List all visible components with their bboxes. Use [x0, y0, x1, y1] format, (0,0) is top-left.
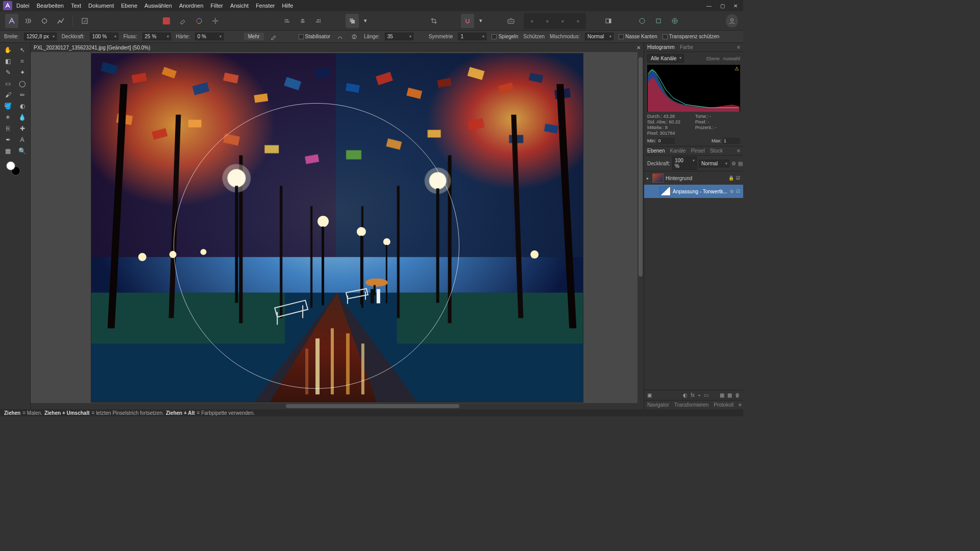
panel-toggle-icon[interactable] — [602, 14, 615, 28]
hist-layer-button[interactable]: Ebene — [706, 56, 720, 61]
pen-tool-icon[interactable]: ✒ — [2, 135, 15, 145]
pencil-tool-icon[interactable]: ✏ — [16, 90, 29, 100]
more-button[interactable]: Mehr — [244, 33, 264, 40]
persona-photo-icon[interactable] — [5, 14, 18, 28]
delete-icon[interactable]: 🗑 — [735, 392, 740, 398]
tab-history[interactable]: Protokoll — [714, 402, 733, 408]
user-avatar[interactable] — [726, 14, 738, 28]
document-tab[interactable]: PXL_20230127_135623241.jpg [Geändert] (5… — [34, 45, 151, 51]
window-minimize[interactable]: — — [704, 2, 714, 9]
length-input[interactable]: 35 — [385, 33, 413, 40]
auto-icon[interactable] — [209, 14, 222, 28]
layer-fx-icon[interactable]: ▤ — [738, 161, 743, 166]
menu-ebene[interactable]: Ebene — [121, 3, 137, 9]
qa-1-icon[interactable]: ● — [525, 14, 539, 28]
menu-text[interactable]: Text — [71, 3, 81, 9]
arrange-icon[interactable] — [346, 14, 359, 28]
selection-brush-icon[interactable]: ✎ — [2, 67, 15, 78]
stab-mode1-icon[interactable] — [335, 32, 345, 41]
link-icon[interactable]: ⊚ — [730, 189, 734, 194]
panel-menu-icon[interactable]: ≡ — [737, 44, 740, 50]
persona-liquify-icon[interactable] — [21, 14, 35, 28]
layer-name[interactable]: Anpassung - Tonwertk... — [673, 189, 728, 194]
visible-icon[interactable]: ☑ — [736, 189, 740, 194]
dodge-tool-icon[interactable]: ☀ — [2, 112, 15, 122]
width-input[interactable]: 1292,8 px — [24, 33, 57, 40]
persona-tone-icon[interactable] — [54, 14, 67, 28]
tab-transform[interactable]: Transformieren — [674, 402, 708, 408]
tab-navigator[interactable]: Navigator — [647, 402, 669, 408]
tab-channels[interactable]: Kanäle — [670, 148, 685, 154]
window-close[interactable]: ✕ — [731, 2, 740, 9]
bottom-menu-icon[interactable]: ≡ — [739, 402, 742, 408]
vis-icon[interactable] — [652, 189, 657, 194]
color-picker[interactable] — [1, 161, 29, 177]
layer-row-background[interactable]: ▸ Hintergrund 🔒☑ — [644, 171, 743, 185]
tab-layers[interactable]: Ebenen — [647, 148, 665, 154]
crop-tool-icon[interactable]: ⌗ — [16, 56, 29, 66]
qa-4-icon[interactable]: ● — [571, 14, 585, 28]
layer-options-icon[interactable]: ⚙ — [731, 161, 736, 166]
share-icon[interactable] — [668, 14, 681, 28]
menu-filter[interactable]: Filter — [211, 3, 223, 9]
addpixel-icon[interactable]: ▩ — [727, 392, 732, 398]
protect-label[interactable]: Schützen — [523, 34, 545, 39]
blendmode-select[interactable]: Normal — [585, 33, 614, 40]
zoom-tool-icon[interactable]: 🔍 — [16, 146, 29, 156]
shape-tool-icon[interactable]: ▦ — [2, 146, 15, 156]
layer-opacity-input[interactable]: 100 % — [672, 157, 697, 170]
tab-brushes[interactable]: Pinsel — [691, 148, 705, 154]
flow-input[interactable]: 25 % — [142, 33, 171, 40]
window-maximize[interactable]: ▢ — [718, 2, 727, 9]
addlayer-icon[interactable]: ▦ — [720, 392, 724, 398]
mask-icon[interactable]: ▣ — [647, 392, 652, 398]
hist-selection-button[interactable]: Auswahl — [723, 56, 740, 61]
group-icon[interactable]: ▭ — [704, 392, 708, 398]
adjustment-icon[interactable]: ◐ — [683, 392, 688, 398]
canvas-viewport[interactable] — [31, 52, 644, 403]
clone-tool-icon[interactable]: ⎘ — [2, 123, 15, 134]
color-wheel-icon[interactable] — [192, 14, 206, 28]
livefilter-icon[interactable]: ⌁ — [698, 392, 701, 398]
hist-min-input[interactable] — [657, 138, 675, 144]
move-tool-icon[interactable]: ↖ — [16, 45, 29, 55]
eraser-icon[interactable] — [176, 14, 189, 28]
lock-icon[interactable]: 🔒 — [728, 176, 734, 181]
layer-blend-select[interactable]: Normal — [699, 160, 729, 167]
tab-stock[interactable]: Stock — [710, 148, 723, 154]
brush-tool-icon[interactable]: 🖌 — [2, 90, 15, 100]
hist-max-input[interactable] — [723, 138, 740, 144]
opacity-input[interactable]: 100 % — [90, 33, 118, 40]
channel-select[interactable]: Alle Kanäle — [647, 54, 684, 63]
qa-2-icon[interactable]: ● — [540, 14, 554, 28]
stab-mode2-icon[interactable] — [350, 32, 359, 41]
menu-hilfe[interactable]: Hilfe — [282, 3, 293, 9]
sync-icon[interactable] — [635, 14, 649, 28]
menu-ansicht[interactable]: Ansicht — [230, 3, 249, 9]
menu-bearbeiten[interactable]: Bearbeiten — [37, 3, 64, 9]
align-right-icon[interactable] — [311, 14, 325, 28]
visible-icon[interactable]: ☑ — [736, 176, 740, 181]
cloud-icon[interactable] — [652, 14, 665, 28]
flood-select-icon[interactable]: ✦ — [16, 67, 29, 78]
layer-name[interactable]: Hintergrund — [666, 176, 726, 181]
snap-dropdown-icon[interactable]: ▾ — [477, 14, 484, 28]
menu-fenster[interactable]: Fenster — [256, 3, 275, 9]
menu-datei[interactable]: Datei — [16, 3, 30, 9]
align-center-icon[interactable] — [296, 14, 310, 28]
mirror-checkbox[interactable]: Spiegeln — [492, 34, 518, 39]
swatch-red-icon[interactable] — [160, 14, 173, 28]
snap-icon[interactable] — [461, 14, 474, 28]
wet-edges-checkbox[interactable]: Nasse Kanten — [619, 34, 657, 39]
layer-row-adjustment[interactable]: Anpassung - Tonwertk... ⊚☑ — [644, 185, 743, 198]
histogram-warning-icon[interactable]: ⚠ — [734, 66, 739, 71]
arrange-dropdown-icon[interactable]: ▾ — [362, 14, 369, 28]
text-tool-icon[interactable]: A — [16, 135, 29, 145]
protect-alpha-checkbox[interactable]: Transparenz schützen — [663, 34, 720, 39]
qa-3-icon[interactable]: ● — [555, 14, 570, 28]
horizontal-scrollbar[interactable] — [31, 403, 644, 409]
hand-tool-icon[interactable]: ✋ — [2, 45, 15, 55]
hardness-input[interactable]: 0 % — [195, 33, 224, 40]
layers-menu-icon[interactable]: ≡ — [737, 148, 740, 154]
symmetry-input[interactable]: 1 — [458, 33, 486, 40]
